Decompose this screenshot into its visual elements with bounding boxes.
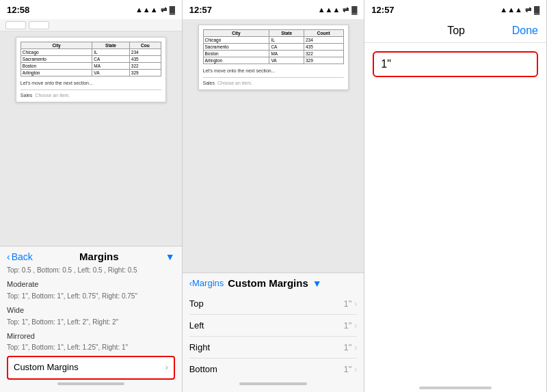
margins-list: Top: 0.5 , Bottom: 0.5 , Left: 0.5 , Rig… bbox=[7, 265, 175, 380]
time-1: 12:58 bbox=[7, 5, 29, 15]
normal-sub: Top: 0.5 , Bottom: 0.5 , Left: 0.5 , Rig… bbox=[7, 265, 175, 276]
table-row: SacramentoCA435 bbox=[203, 44, 343, 51]
time-3: 12:57 bbox=[371, 5, 394, 15]
table-row: ChicagoIL234 bbox=[21, 49, 161, 56]
bottom-label: Bottom bbox=[189, 364, 217, 374]
doc-text-2: Let's move onto the next section... bbox=[203, 68, 344, 73]
dropdown-placeholder-1: Choose an item. bbox=[35, 93, 70, 98]
left-right: 1" › bbox=[343, 320, 357, 331]
bottom-row[interactable]: Bottom 1" › bbox=[189, 359, 358, 380]
dropdown-arrow-1[interactable]: ▼ bbox=[165, 251, 175, 262]
back-button-1[interactable]: ‹ Back bbox=[7, 251, 33, 262]
doc-text-1: Let's move onto the next section... bbox=[21, 81, 161, 85]
status-icons-3: ▲▲▲ ⇌ ▓ bbox=[500, 5, 539, 14]
panel-top-input: 12:57 ▲▲▲ ⇌ ▓ Top Done bbox=[364, 0, 547, 392]
panel-custom-margins: 12:57 ▲▲▲ ⇌ ▓ City State Count ChicagoIL… bbox=[183, 0, 365, 392]
top-right: 1" › bbox=[343, 298, 357, 309]
top-arrow-icon: › bbox=[354, 299, 357, 309]
col-city-1: City bbox=[21, 42, 92, 49]
table-row: BostonMA322 bbox=[21, 63, 161, 70]
right-value: 1" bbox=[343, 342, 351, 352]
top-input-header: Top Done bbox=[364, 19, 546, 43]
nav-title-1: Margins bbox=[79, 251, 119, 262]
back-label-1: Back bbox=[12, 251, 33, 262]
custom-margins-arrow-icon: › bbox=[165, 361, 168, 374]
wifi-icon-2: ⇌ bbox=[343, 5, 349, 14]
custom-margins-item[interactable]: Custom Margins › bbox=[7, 356, 175, 380]
dropdown-arrow-2[interactable]: ▼ bbox=[312, 278, 322, 289]
table-row: BostonMA322 bbox=[203, 51, 343, 57]
wifi-icon-1: ⇌ bbox=[161, 5, 167, 14]
col-count-2: Count bbox=[304, 30, 343, 37]
custom-margins-label: Custom Margins bbox=[14, 361, 79, 375]
list-item-mirrored[interactable]: Mirrored Top: 1", Bottom: 1", Left: 1.25… bbox=[7, 331, 175, 354]
doc-page-1: City State Cou ChicagoIL234 SacramentoCA… bbox=[16, 37, 166, 102]
right-arrow-icon: › bbox=[354, 343, 357, 352]
col-state-1: State bbox=[92, 42, 130, 49]
doc-table-1: City State Cou ChicagoIL234 SacramentoCA… bbox=[21, 42, 161, 76]
table-row: ArlingtonVA329 bbox=[203, 57, 343, 64]
margins-nav-header: ‹ Back Margins ▼ bbox=[7, 251, 175, 262]
toolbar-1 bbox=[0, 19, 182, 31]
chevron-left-icon-1: ‹ bbox=[7, 251, 10, 262]
mirrored-sub: Top: 1", Bottom: 1", Left: 1.25", Right:… bbox=[7, 342, 175, 353]
doc-page-2: City State Count ChicagoIL234 Sacramento… bbox=[198, 25, 349, 90]
top-value: 1" bbox=[343, 298, 351, 309]
home-indicator-3 bbox=[419, 387, 492, 389]
doc-line-2 bbox=[203, 77, 344, 78]
doc-table-2: City State Count ChicagoIL234 Sacramento… bbox=[203, 29, 344, 64]
list-item-wide[interactable]: Wide Top: 1", Bottom: 1", Left: 2", Righ… bbox=[7, 305, 175, 328]
right-right: 1" › bbox=[343, 342, 357, 352]
battery-icon-2: ▓ bbox=[351, 5, 357, 14]
bottom-value: 1" bbox=[343, 364, 351, 374]
left-arrow-icon: › bbox=[354, 321, 357, 331]
back-button-2[interactable]: ‹ Margins bbox=[189, 278, 224, 288]
left-row[interactable]: Left 1" › bbox=[189, 315, 358, 337]
top-input-area bbox=[364, 43, 546, 85]
wifi-icon-3: ⇌ bbox=[525, 5, 531, 14]
margins-rows: Top 1" › Left 1" › Right 1" › bbox=[189, 293, 358, 380]
left-label: Left bbox=[189, 320, 204, 331]
col-city-2: City bbox=[203, 30, 269, 37]
done-button[interactable]: Done bbox=[512, 25, 538, 37]
col-count-1: Cou bbox=[129, 42, 161, 49]
top-margin-input[interactable] bbox=[373, 51, 538, 77]
dropdown-placeholder-2: Choose an item. bbox=[217, 81, 252, 85]
margins-nav-bar: ‹ Back Margins ▼ Top: 0.5 , Bottom: 0.5 … bbox=[0, 246, 182, 392]
status-icons-1: ▲▲▲ ⇌ ▓ bbox=[135, 5, 175, 14]
bottom-right: 1" › bbox=[343, 364, 357, 374]
signal-icon-3: ▲▲▲ bbox=[500, 5, 522, 14]
custom-margins-nav: ‹ Margins Custom Margins ▼ Top 1" › Left… bbox=[183, 272, 364, 392]
moderate-sub: Top: 1", Bottom: 1", Left: 0.75", Right:… bbox=[7, 291, 175, 302]
wide-sub: Top: 1", Bottom: 1", Left: 2", Right: 2" bbox=[7, 317, 175, 328]
list-item-moderate[interactable]: Moderate Top: 1", Bottom: 1", Left: 0.75… bbox=[7, 279, 175, 302]
table-row: SacramentoCA435 bbox=[21, 56, 161, 63]
mirrored-title: Mirrored bbox=[7, 331, 175, 343]
status-bar-3: 12:57 ▲▲▲ ⇌ ▓ bbox=[364, 0, 546, 19]
right-row[interactable]: Right 1" › bbox=[189, 337, 358, 359]
battery-icon-1: ▓ bbox=[170, 5, 175, 14]
right-label: Right bbox=[189, 342, 210, 352]
dropdown-label-2: Sales bbox=[203, 81, 215, 85]
status-bar-1: 12:58 ▲▲▲ ⇌ ▓ bbox=[0, 0, 182, 19]
nav-title-2: Custom Margins bbox=[228, 277, 308, 289]
toolbar-btn-2[interactable] bbox=[29, 21, 49, 29]
doc-dropdown-2: Sales Choose an item. bbox=[203, 81, 344, 85]
status-bar-2: 12:57 ▲▲▲ ⇌ ▓ bbox=[183, 0, 364, 19]
left-value: 1" bbox=[343, 320, 351, 331]
status-icons-2: ▲▲▲ ⇌ ▓ bbox=[318, 5, 358, 14]
signal-icon-2: ▲▲▲ bbox=[318, 5, 341, 14]
doc-line-1 bbox=[21, 89, 161, 90]
col-state-2: State bbox=[269, 30, 304, 37]
home-indicator-2 bbox=[239, 382, 306, 385]
toolbar-btn-1[interactable] bbox=[5, 21, 26, 29]
back-label-2: Margins bbox=[192, 278, 224, 288]
panel2-nav-header: ‹ Margins Custom Margins ▼ bbox=[189, 277, 358, 289]
dropdown-label-1: Sales bbox=[21, 93, 33, 98]
home-indicator-1 bbox=[57, 382, 124, 385]
top-row[interactable]: Top 1" › bbox=[189, 293, 358, 315]
signal-icon-1: ▲▲▲ bbox=[135, 5, 158, 14]
panel3-spacer bbox=[364, 85, 546, 384]
bottom-arrow-icon: › bbox=[354, 365, 357, 374]
table-row: ArlingtonVA329 bbox=[21, 70, 161, 76]
